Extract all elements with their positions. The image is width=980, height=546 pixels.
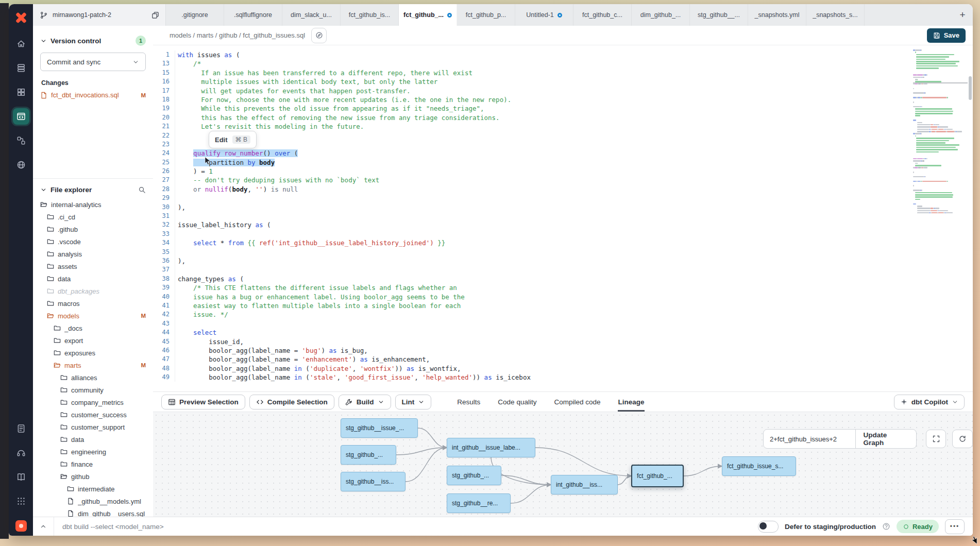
tree-item-models[interactable]: modelsM [33, 310, 153, 322]
rail-fork-button[interactable] [13, 132, 29, 149]
tab-.gitignore[interactable]: .gitignore [166, 4, 224, 26]
tab-_snapshots_s...[interactable]: _snapshots_s... [806, 4, 865, 26]
lineage-node-s3[interactable]: stg_github__iss... [341, 472, 405, 491]
more-options-button[interactable]: ••• [945, 519, 965, 534]
lineage-node-i1[interactable]: int_github__issue_labe... [447, 438, 535, 457]
mouse-cursor-icon [970, 536, 978, 545]
code-editor[interactable]: 1with issues as (13 /*15 If an issue has… [153, 45, 973, 391]
lineage-node-s2[interactable]: stg_github_... [341, 445, 396, 465]
lineage-node-s4[interactable]: stg_github_... [447, 466, 501, 485]
fullscreen-button[interactable] [926, 430, 947, 448]
rail-globe-button[interactable] [13, 157, 29, 173]
rail-stack-button[interactable] [13, 60, 29, 76]
tree-item-macros[interactable]: macros [33, 297, 153, 310]
tree-item-github[interactable]: github [33, 470, 153, 483]
tab-fct_github_p...[interactable]: fct_github_p... [457, 4, 515, 26]
tab-_snapshots.yml[interactable]: _snapshots.yml [748, 4, 806, 26]
file-explorer-header[interactable]: File explorer [33, 183, 153, 196]
rail-list-button[interactable] [13, 420, 29, 437]
dbt-copilot-button[interactable]: dbt Copilot [894, 395, 965, 410]
update-graph-button[interactable]: Update Graph [855, 430, 916, 448]
result-tab-compiled-code[interactable]: Compiled code [554, 392, 600, 412]
commit-and-sync-button[interactable]: Commit and sync [40, 53, 146, 71]
tab-dim_slack_u...[interactable]: dim_slack_u... [282, 4, 341, 26]
tree-item-finance[interactable]: finance [33, 458, 153, 470]
tree-item-marts[interactable]: martsM [33, 359, 153, 371]
lineage-node-i2[interactable]: int_github__iss... [551, 475, 618, 494]
new-tab-button[interactable]: + [952, 4, 973, 26]
tree-item-exposures[interactable]: exposures [33, 347, 153, 359]
result-tab-results[interactable]: Results [457, 392, 480, 412]
tab-fct_github_c...[interactable]: fct_github_c... [573, 4, 632, 26]
lineage-node-s5[interactable]: stg_github__re... [447, 493, 511, 513]
folder-icon [54, 349, 61, 356]
lineage-node-f2[interactable]: fct_github_issue_s... [722, 456, 796, 476]
chevron-up-icon [40, 523, 47, 530]
lineage-selector-input[interactable]: 2+fct_github_issues+2 [764, 430, 855, 448]
tree-item-intermediate[interactable]: intermediate [33, 483, 153, 495]
tree-item-_github__models.yml[interactable]: _github__models.yml [33, 495, 153, 507]
tree-item-analysis[interactable]: analysis [33, 248, 153, 260]
lineage-node-f1[interactable]: fct_github_... [631, 465, 684, 487]
compile-selection-button[interactable]: Compile Selection [249, 395, 334, 410]
version-control-header[interactable]: Version control 1 [33, 34, 153, 47]
tab-untitled-1[interactable]: Untitled-1 [515, 4, 573, 26]
lineage-node-s1[interactable]: stg_github__issue_... [341, 418, 418, 438]
editor-minimap[interactable] [913, 49, 968, 213]
save-button[interactable]: Save [927, 28, 966, 43]
editor-scrollbar[interactable] [969, 49, 972, 384]
rail-home-button[interactable] [13, 36, 29, 52]
rail-headset-button[interactable] [13, 445, 29, 461]
tab-dim_github_...[interactable]: dim_github_... [632, 4, 690, 26]
changed-file-row[interactable]: fct_dbt_invocations.sql M [33, 90, 153, 100]
refresh-graph-button[interactable] [952, 430, 973, 448]
tree-item-_docs[interactable]: _docs [33, 322, 153, 334]
code-line: 40 issue has a bug or enhancement label.… [153, 293, 973, 301]
tree-item-community[interactable]: community [33, 384, 153, 396]
edit-tooltip[interactable]: Edit ⌘ B [209, 131, 257, 148]
tree-item-customer_support[interactable]: customer_support [33, 421, 153, 433]
expand-command-panel-button[interactable] [33, 523, 54, 530]
tree-item-dbt_packages[interactable]: dbt_packages [33, 285, 153, 297]
defer-toggle[interactable] [758, 521, 779, 533]
code-line: 38change_types as ( [153, 275, 973, 283]
tree-item-data[interactable]: data [33, 433, 153, 446]
tree-item-engineering[interactable]: engineering [33, 446, 153, 458]
tree-item-company_metrics[interactable]: company_metrics [33, 396, 153, 408]
build-button[interactable]: Build [339, 395, 391, 410]
result-tab-lineage[interactable]: Lineage [618, 392, 644, 412]
tree-item-customer_success[interactable]: customer_success [33, 408, 153, 421]
rail-book-button[interactable] [13, 469, 29, 485]
branch-widget[interactable]: mirnawong1-patch-2 [33, 4, 166, 26]
tab-.sqlfluffignore[interactable]: .sqlfluffignore [224, 4, 282, 26]
status-ready-badge[interactable]: Ready [897, 520, 939, 533]
tree-item-alliances[interactable]: alliances [33, 371, 153, 384]
tree-item-export[interactable]: export [33, 334, 153, 347]
rail-appsgrid-button[interactable] [13, 493, 29, 509]
lineage-panel[interactable]: stg_github__issue_...stg_github_...stg_g… [153, 412, 973, 517]
tab-fct_github_is...[interactable]: fct_github_is... [341, 4, 399, 26]
copy-branch-icon[interactable] [151, 11, 159, 19]
code-line: 26 ) = 1 [153, 167, 973, 176]
tree-item-.github[interactable]: .github [33, 223, 153, 235]
preview-selection-button[interactable]: Preview Selection [161, 395, 245, 410]
tree-item-data[interactable]: data [33, 272, 153, 285]
help-icon[interactable] [882, 522, 890, 531]
rail-grid4-button[interactable] [13, 84, 29, 100]
command-input[interactable]: dbt build --select <model_name> [62, 523, 164, 531]
tree-item-.vscode[interactable]: .vscode [33, 235, 153, 248]
tab-label: Untitled-1 [526, 11, 554, 19]
search-icon[interactable] [138, 186, 146, 194]
view-docs-button[interactable] [311, 28, 327, 43]
line-number: 32 [153, 220, 170, 229]
rail-codewin-button[interactable] [13, 108, 29, 125]
tree-item-.ci_cd[interactable]: .ci_cd [33, 211, 153, 223]
tree-item-label: marts [64, 362, 146, 369]
tab-stg_github__...[interactable]: stg_github__... [690, 4, 748, 26]
tab-fct_github_...[interactable]: fct_github_... [399, 4, 457, 26]
tree-item-assets[interactable]: assets [33, 260, 153, 272]
lint-button[interactable]: Lint [395, 395, 432, 410]
tree-item-internal-analytics[interactable]: internal-analytics [33, 198, 153, 211]
result-tab-code-quality[interactable]: Code quality [498, 392, 536, 412]
tree-item-dim_github__users.sql[interactable]: dim_github__users.sql [33, 507, 153, 517]
